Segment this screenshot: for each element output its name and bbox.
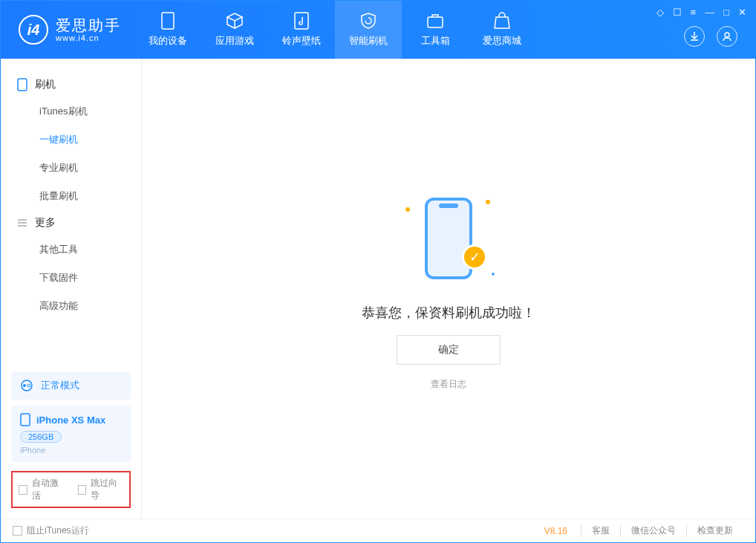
sparkle-icon [486,200,490,204]
footer-link-support[interactable]: 客服 [581,524,620,537]
music-file-icon [293,12,310,30]
ok-button[interactable]: 确定 [397,335,501,365]
sparkle-icon [405,207,410,212]
main-content: ✓ 恭喜您，保资料刷机成功啦！ 确定 查看日志 [142,59,755,518]
checkbox-label: 跳过向导 [91,477,123,502]
tab-ringtone[interactable]: 铃声壁纸 [268,1,335,59]
tab-flash[interactable]: 智能刷机 [335,1,402,59]
device-icon [20,413,30,426]
view-log-link[interactable]: 查看日志 [431,378,466,391]
sidebar-group-more: 更多 [1,210,141,235]
window-controls: ◇ ☐ ≡ — □ ✕ [656,7,746,18]
mode-card[interactable]: 正常模式 [11,371,131,400]
feedback-icon[interactable]: ☐ [673,7,682,18]
svg-point-3 [725,33,729,37]
tab-label: 爱思商城 [483,34,521,48]
skin-icon[interactable]: ◇ [656,7,664,18]
checkbox-block-itunes[interactable]: 阻止iTunes运行 [13,524,89,537]
refresh-shield-icon [359,12,377,30]
sidebar-item-advanced[interactable]: 高级功能 [1,292,141,320]
sidebar-item-batch[interactable]: 批量刷机 [1,182,141,210]
minimize-icon[interactable]: — [705,7,714,18]
user-icon[interactable] [717,26,737,47]
checkbox-icon [19,485,27,495]
phone-icon [159,12,177,30]
tab-label: 铃声壁纸 [282,34,321,48]
app-logo: i4 爱思助手 www.i4.cn [1,1,134,59]
device-name: iPhone XS Max [36,414,105,426]
sparkle-icon [492,273,495,276]
sidebar: 刷机 iTunes刷机 一键刷机 专业刷机 批量刷机 更多 其他工具 下载固件 … [1,59,142,518]
checkbox-skip-wizard[interactable]: 跳过向导 [78,477,124,502]
checkbox-label: 自动激活 [32,477,65,502]
tab-device[interactable]: 我的设备 [134,1,201,59]
sidebar-item-firmware[interactable]: 下载固件 [1,264,141,292]
sidebar-item-other[interactable]: 其他工具 [1,235,141,264]
top-tabs: 我的设备 应用游戏 铃声壁纸 智能刷机 工具箱 爱思商城 [134,1,535,59]
svg-point-7 [27,384,30,387]
sidebar-item-itunes[interactable]: iTunes刷机 [1,97,141,126]
list-icon [17,218,27,228]
body: 刷机 iTunes刷机 一键刷机 专业刷机 批量刷机 更多 其他工具 下载固件 … [1,59,755,518]
sidebar-group-flash: 刷机 [1,72,141,97]
tab-apps[interactable]: 应用游戏 [201,1,268,59]
tab-toolbox[interactable]: 工具箱 [402,1,469,59]
download-icon[interactable] [684,26,705,47]
tab-store[interactable]: 爱思商城 [469,1,535,59]
app-subtitle: www.i4.cn [56,33,121,42]
checkmark-badge-icon: ✓ [462,244,487,270]
group-label: 刷机 [35,78,56,91]
checkbox-label: 阻止iTunes运行 [27,524,89,537]
header-actions [684,26,737,47]
cube-icon [226,12,244,30]
sidebar-item-oneclick[interactable]: 一键刷机 [1,126,141,154]
mode-icon [20,379,33,392]
tab-label: 我的设备 [149,34,187,48]
app-title: 爱思助手 [56,17,121,33]
svg-rect-0 [162,13,174,29]
bag-icon [493,12,511,30]
checkbox-icon [13,526,22,536]
logo-icon: i4 [19,15,48,45]
svg-rect-4 [18,79,27,91]
menu-icon[interactable]: ≡ [691,7,697,18]
briefcase-icon [426,12,444,30]
footer-link-update[interactable]: 检查更新 [686,524,743,537]
checkbox-icon [78,485,87,495]
device-type: iPhone [20,446,122,455]
checkbox-auto-activate[interactable]: 自动激活 [19,477,65,502]
device-card[interactable]: iPhone XS Max 256GB iPhone [11,406,131,462]
device-capacity: 256GB [20,431,62,443]
success-illustration: ✓ [397,186,501,290]
footer-link-wechat[interactable]: 微信公众号 [620,524,686,537]
close-icon[interactable]: ✕ [738,7,746,18]
svg-rect-1 [295,13,308,29]
tab-label: 智能刷机 [349,34,388,48]
phone-illustration-icon [425,198,472,279]
success-message: 恭喜您，保资料刷机成功啦！ [362,304,535,322]
svg-rect-8 [21,414,30,426]
group-label: 更多 [35,216,56,230]
footer: 阻止iTunes运行 V8.16 客服 微信公众号 检查更新 [1,518,755,542]
flash-options-highlight: 自动激活 跳过向导 [11,471,131,508]
header: i4 爱思助手 www.i4.cn 我的设备 应用游戏 铃声壁纸 智能刷机 工具… [1,1,755,59]
mode-label: 正常模式 [41,379,79,392]
tab-label: 工具箱 [421,34,450,48]
svg-point-6 [23,384,26,387]
sidebar-item-pro[interactable]: 专业刷机 [1,154,141,182]
version-label: V8.16 [544,526,567,536]
tab-label: 应用游戏 [215,34,254,48]
phone-small-icon [17,78,27,91]
svg-rect-2 [428,17,443,27]
maximize-icon[interactable]: □ [723,7,729,18]
